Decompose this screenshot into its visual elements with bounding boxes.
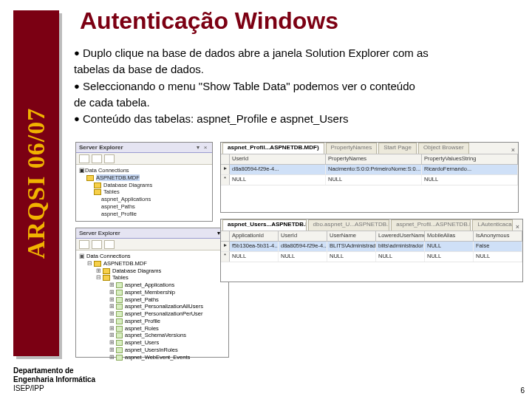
page-number: 6	[520, 386, 525, 395]
column-header[interactable]: MobileAlias	[425, 231, 474, 241]
tree-node[interactable]: aspnet_Roles	[125, 325, 159, 332]
footer: Departamento de Engenharia Informática I…	[13, 366, 95, 393]
cell[interactable]: NULL	[230, 252, 279, 262]
tree-node[interactable]: ASPNETDB.MDF	[103, 260, 147, 267]
column-header[interactable]: IsAnonymous	[474, 231, 522, 241]
data-grid-users: aspnet_Users...ASPNETDB.MDF) dbo.aspnet_…	[220, 219, 523, 282]
footer-line: Departamento de	[13, 366, 95, 375]
toolbar-button[interactable]	[104, 154, 115, 163]
tree-node[interactable]: Tables	[112, 274, 129, 281]
cell[interactable]: d8a80594-f29e-4...	[230, 165, 326, 174]
tree-node[interactable]: aspnet_Membership	[125, 289, 175, 296]
bullet-list: ● Duplo clique na base de dados abre a j…	[74, 46, 517, 128]
tab[interactable]: aspnet_Profil...ASPNETDB.MDF)	[222, 143, 324, 154]
toolbar-button[interactable]	[104, 240, 115, 249]
column-header[interactable]: PropertyValuesString	[422, 154, 518, 164]
cell[interactable]: False	[474, 242, 522, 251]
tree-node[interactable]: Data Connections	[86, 253, 131, 259]
cell[interactable]: NULL	[326, 175, 422, 185]
close-icon[interactable]: ×	[202, 144, 209, 151]
sidebar-label: ARQSI 06/07	[22, 108, 50, 259]
panel-title: Server Explorer	[79, 144, 123, 151]
server-explorer-panel: Server Explorer ▾ × ▣Data Connections ⊟A…	[75, 228, 229, 358]
tab[interactable]: Object Browser	[418, 143, 469, 154]
tab[interactable]: PropertyNames	[326, 143, 378, 154]
cell[interactable]: NULL	[376, 252, 425, 262]
tree-node[interactable]: aspnet_PersonalizationAllUsers	[125, 303, 203, 310]
footer-line: ISEP/IPP	[13, 384, 95, 393]
pin-icon[interactable]: ▾	[194, 144, 202, 151]
tree-node[interactable]: aspnet_SchemaVersions	[125, 332, 186, 338]
cell[interactable]: NULL	[279, 252, 327, 262]
toolbar-button[interactable]	[79, 154, 89, 163]
tree-node[interactable]: Database Diagrams	[112, 267, 161, 274]
toolbar-button[interactable]	[79, 240, 89, 249]
footer-line: Engenharia Informática	[13, 375, 95, 384]
tab[interactable]: aspnet_Users...ASPNETDB.MDF)	[222, 219, 307, 231]
cell[interactable]: NULL	[425, 242, 474, 251]
panel-title: Server Explorer	[79, 230, 120, 236]
tree-node[interactable]: Tables	[103, 188, 120, 195]
tree-node[interactable]: aspnet_Applications	[101, 196, 151, 202]
cell[interactable]: NULL	[327, 252, 376, 262]
toolbar-button[interactable]	[92, 240, 102, 249]
toolbar-button[interactable]	[92, 154, 102, 163]
cell[interactable]: BLITS\Administrador	[327, 242, 376, 251]
column-header[interactable]: UserId	[279, 231, 327, 241]
tree-node[interactable]: aspnet_WebEvent_Events	[125, 354, 190, 361]
close-icon[interactable]: ×	[508, 146, 518, 154]
bullet-text: Conteúdo das tabelas: aspnet_Profile e a…	[83, 112, 348, 125]
cell[interactable]: blits\administrador	[376, 242, 425, 251]
bullet-text: Seleccionando o menu "Show Table Data" p…	[83, 80, 415, 92]
column-header[interactable]: LoweredUserName	[376, 231, 425, 241]
server-explorer-panel: Server Explorer ▾× ▣Data Connections ASP…	[75, 142, 213, 222]
tree-node[interactable]: aspnet_Profile	[101, 211, 137, 217]
tree-node[interactable]: Data Connections	[85, 167, 129, 174]
sidebar-band: ARQSI 06/07	[13, 10, 59, 356]
data-grid-profile: aspnet_Profil...ASPNETDB.MDF) PropertyNa…	[220, 142, 519, 213]
tree-node[interactable]: aspnet_Applications	[125, 282, 174, 288]
cell[interactable]: RicardoFernando...	[422, 165, 518, 174]
cell[interactable]: NULL	[422, 175, 518, 185]
bullet-text: de cada tabela.	[74, 96, 150, 109]
tree-node[interactable]: aspnet_Profile	[125, 318, 160, 324]
bullet-text: Duplo clique na base de dados abre a jan…	[83, 47, 429, 59]
column-header[interactable]: ApplicationId	[230, 231, 279, 241]
tab[interactable]: dbo.aspnet_U...ASPNETDB.MDF)	[308, 219, 390, 231]
tree-node[interactable]: aspnet_Users	[125, 339, 159, 346]
cell[interactable]: NULL	[474, 252, 522, 262]
column-header[interactable]: UserId	[230, 154, 326, 164]
column-header[interactable]: UserName	[327, 231, 376, 241]
tree-node[interactable]: ASPNETDB.MDF	[96, 174, 140, 181]
tree-node[interactable]: Database Diagrams	[103, 182, 152, 188]
cell[interactable]: NULL	[230, 175, 326, 185]
bullet-text: tabelas da base de dados.	[74, 63, 204, 75]
tab[interactable]: LAutenticacao	[472, 219, 512, 231]
tree-node[interactable]: aspnet_PersonalizationPerUser	[125, 310, 202, 317]
slide-title: Autenticação Windows	[80, 7, 338, 35]
tab[interactable]: Start Page	[378, 143, 417, 154]
screenshot-area: Server Explorer ▾× ▣Data Connections ASP…	[75, 142, 523, 358]
cell[interactable]: f5b130ea-5b31-4...	[230, 242, 279, 251]
tab[interactable]: aspnet_Profil...ASPNETDB.MDF)	[391, 219, 471, 231]
cell[interactable]: NULL	[425, 252, 474, 262]
close-icon[interactable]: ×	[513, 223, 522, 231]
tree-node[interactable]: aspnet_UsersInRoles	[125, 347, 178, 353]
cell[interactable]: d8a80594-f29e-4...	[279, 242, 327, 251]
cell[interactable]: Nacimento:S:0:0:PrimeiroNome:S:0...	[326, 165, 422, 174]
tree-node[interactable]: aspnet_Paths	[125, 296, 159, 303]
tree-node[interactable]: aspnet_Paths	[101, 203, 135, 210]
column-header[interactable]: PropertyNames	[326, 154, 422, 164]
